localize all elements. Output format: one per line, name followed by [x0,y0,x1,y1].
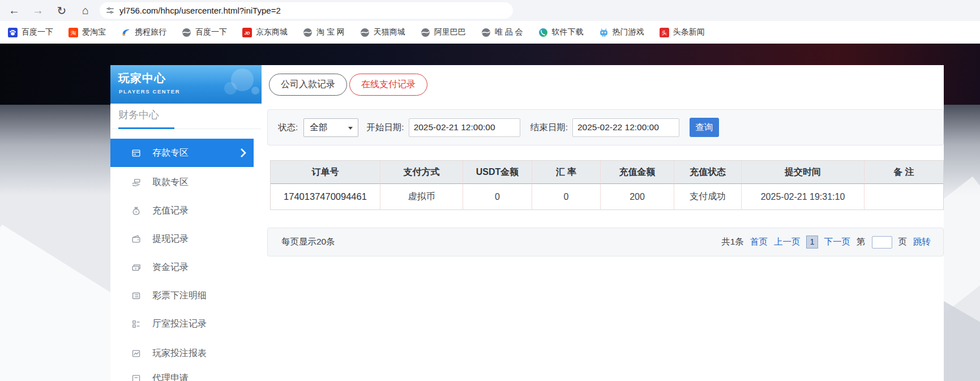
column-header-exchange-rate: 汇 率 [532,161,601,184]
sidebar-item-label: 提现记录 [152,233,189,245]
bookmark-software[interactable]: 软件下载 [538,27,584,37]
home-icon[interactable]: ⌂ [76,1,95,20]
globe-icon [481,28,491,37]
svg-text:¥: ¥ [135,210,138,213]
sidebar-subtitle: PLAYERS CENTER [119,88,180,95]
bookmark-baidu[interactable]: 百度一下 [8,27,53,37]
software-sphere-icon [538,28,548,37]
bookmark-label: 唯 品 会 [495,27,523,37]
browser-toolbar: ← → ↻ ⌂ yl756.com/hhcp/usercenter.html?i… [0,0,980,21]
status-label: 状态: [278,122,298,134]
svg-text:¥: ¥ [135,267,137,270]
sidebar-item-lottery-bet-details[interactable]: 彩票下注明细 [110,281,254,310]
svg-text:头: 头 [661,30,666,36]
chevron-down-icon [348,127,353,130]
sidebar-item-label: 取款专区 [152,177,189,189]
sidebar-item-label: 存款专区 [152,147,189,159]
cell-recharge-amount: 200 [601,184,674,209]
tab-online-payment-records[interactable]: 在线支付记录 [349,74,427,96]
jump-prefix-text: 第 [857,236,866,248]
ctrip-dolphin-icon [121,28,131,37]
url-text[interactable]: yl756.com/hhcp/usercenter.html?iniType=2 [119,6,281,15]
bookmark-label: 天猫商城 [374,27,405,37]
bookmark-label: 热门游戏 [613,27,644,37]
sidebar-item-label: 玩家投注报表 [152,348,207,359]
baidu-paw-icon [8,28,18,37]
first-page-link[interactable]: 首页 [750,236,768,248]
section-underline [118,127,174,129]
forward-icon[interactable]: → [28,1,48,20]
records-table: 订单号 支付方式 USDT金额 汇 率 充值金额 充值状态 提交时间 备 注 1… [270,160,944,210]
controller-decoration [251,87,259,95]
globe-icon [421,28,430,37]
globe-icon [360,28,370,37]
jump-page-input[interactable] [872,236,892,249]
refresh-icon[interactable]: ↻ [52,1,71,20]
withdraw-hand-icon [131,178,141,187]
sidebar-item-player-bet-report[interactable]: 玩家投注报表 [110,339,254,367]
sidebar-item-label: 厅室投注记录 [152,318,207,330]
tab-company-deposit-records[interactable]: 公司入款记录 [269,74,347,96]
sidebar-item-deposit[interactable]: 存款专区 [110,139,254,167]
bookmark-ctrip[interactable]: 携程旅行 [121,27,166,37]
controller-decoration [224,82,237,95]
sidebar-item-label: 充值记录 [152,205,189,217]
back-icon[interactable]: ← [5,1,24,20]
list-icon [131,291,141,301]
column-header-recharge-status: 充值状态 [674,161,742,184]
bookmark-label: 淘 宝 网 [316,27,345,37]
page-size-text: 每页显示20条 [281,236,335,248]
site-settings-icon[interactable] [106,6,114,15]
column-header-remark: 备 注 [865,161,943,184]
bookmark-games[interactable]: 热门游戏 [599,27,644,37]
sidebar-item-withdraw-zone[interactable]: 取款专区 [110,168,254,196]
bookmark-label: 头条新闻 [673,27,705,37]
sidebar-item-funds-records[interactable]: ¥ 资金记录 [110,253,254,281]
sidebar-item-hall-bet-records[interactable]: 厅室投注记录 [110,310,254,338]
sidebar-item-recharge-records[interactable]: ¥ 充值记录 [110,196,254,225]
bookmark-label: 百度一下 [195,27,227,37]
bookmark-baidu-2[interactable]: 百度一下 [182,27,227,37]
end-date-input[interactable] [572,118,679,137]
filter-bar: 状态: 全部 开始日期: 结束日期: 查询 [267,109,944,145]
end-date-label: 结束日期: [530,122,568,134]
prev-page-link[interactable]: 上一页 [774,236,801,248]
taobao-icon: 淘 [69,28,78,37]
report-chart-icon [131,349,141,358]
bookmark-label: 爱淘宝 [82,27,106,37]
toutiao-icon: 头 [660,28,669,37]
start-date-input[interactable] [409,118,520,137]
jd-icon: JD [242,28,252,37]
bookmark-jd[interactable]: JD 京东商城 [242,27,288,37]
bookmark-taobao-site[interactable]: 淘 宝 网 [303,27,345,37]
total-count-text: 共1条 [721,236,744,248]
bookmark-toutiao[interactable]: 头 头条新闻 [660,27,705,37]
sidebar-item-withdrawal-records[interactable]: 提现记录 [110,225,254,253]
column-header-recharge-amount: 充值金额 [601,161,674,184]
bookmark-aitaobao[interactable]: 淘 爱淘宝 [69,27,106,37]
bookmark-label: 百度一下 [22,27,53,37]
agent-icon [131,374,141,381]
sidebar-item-agent-apply[interactable]: 代理申请 [110,364,254,381]
bookmark-alibaba[interactable]: 阿里巴巴 [421,27,466,37]
search-button[interactable]: 查询 [690,118,719,137]
next-page-link[interactable]: 下一页 [824,236,851,248]
sidebar-section-title: 财务中心 [118,108,159,122]
status-select-value: 全部 [310,122,327,134]
bookmark-vip[interactable]: 唯 品 会 [481,27,523,37]
bookmark-label: 携程旅行 [135,27,166,37]
cell-recharge-status: 支付成功 [674,184,742,209]
sidebar-header: 玩家中心 PLAYERS CENTER [110,65,262,104]
cell-submit-time: 2025-02-21 19:31:10 [742,184,865,209]
current-page-indicator: 1 [806,236,818,249]
deposit-card-icon [131,148,141,158]
address-bar[interactable]: yl756.com/hhcp/usercenter.html?iniType=2 [100,2,513,19]
status-select[interactable]: 全部 [303,118,358,137]
org-list-icon [131,319,141,329]
jump-action-link[interactable]: 跳转 [913,236,931,248]
sidebar-item-label: 彩票下注明细 [152,290,207,302]
wallet-icon [131,234,141,244]
globe-icon [303,28,313,37]
cell-order-no: 1740137470094461 [271,184,380,209]
bookmark-tmall[interactable]: 天猫商城 [360,27,405,37]
